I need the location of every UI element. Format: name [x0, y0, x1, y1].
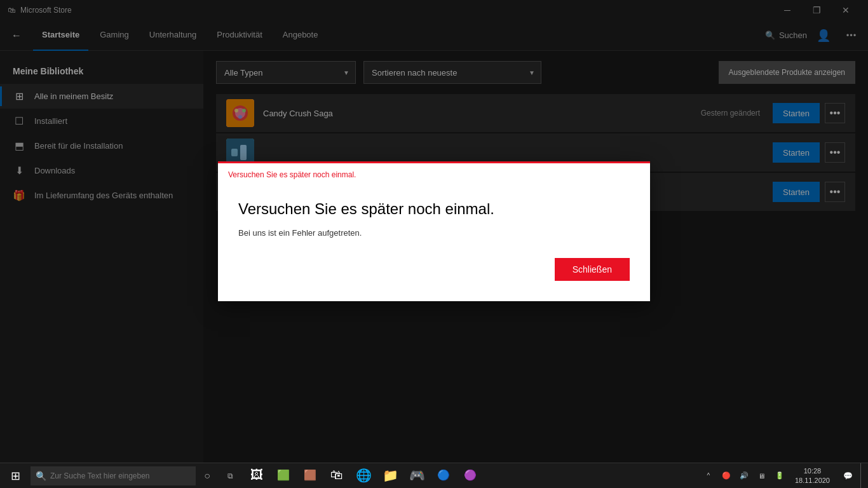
taskbar-app-7[interactable]: 🔵: [431, 463, 456, 489]
taskbar-time: 10:28: [795, 466, 830, 475]
error-dialog: Versuchen Sie es später noch einmal. Ver…: [218, 161, 650, 301]
dialog-close-button[interactable]: Schließen: [555, 258, 630, 281]
cortana-button[interactable]: ○: [196, 463, 219, 489]
taskbar-search-icon: 🔍: [36, 471, 46, 481]
taskbar-battery-icon[interactable]: 🔋: [772, 463, 787, 489]
taskbar-right: ^ 🔴 🔊 🖥 🔋 10:28 18.11.2020 💬: [701, 463, 868, 489]
notification-center-button[interactable]: 💬: [837, 463, 858, 489]
taskbar-app-twitch[interactable]: 🟣: [458, 463, 483, 489]
taskbar-app-2[interactable]: 🟩: [271, 463, 296, 489]
taskbar-volume-icon[interactable]: 🔊: [736, 463, 752, 489]
taskbar-chevron[interactable]: ^: [701, 463, 716, 489]
start-button[interactable]: ⊞: [0, 463, 31, 489]
taskbar-app-store[interactable]: 🛍: [324, 463, 349, 489]
task-view-button[interactable]: ⧉: [219, 463, 241, 489]
taskbar-app-chrome[interactable]: 🌐: [351, 463, 376, 489]
taskbar-search-input[interactable]: [50, 471, 191, 480]
dialog-title: Versuchen Sie es später noch einmal.: [238, 200, 630, 218]
dialog-footer: Schließen: [238, 258, 630, 281]
taskbar-network-icon[interactable]: 🖥: [754, 463, 770, 489]
taskbar-app-explorer[interactable]: 📁: [377, 463, 403, 489]
taskbar-icon-1[interactable]: 🔴: [719, 463, 734, 489]
taskbar: ⊞ 🔍 ○ ⧉ 🖼 🟩 🟫 🛍 🌐 📁 🎮 🔵 🟣 ^ 🔴 🔊 🖥 🔋 10:2…: [0, 463, 868, 488]
dialog-error-bar-text: Versuchen Sie es später noch einmal.: [228, 170, 356, 179]
dialog-message: Bei uns ist ein Fehler aufgetreten.: [238, 228, 630, 238]
taskbar-app-3[interactable]: 🟫: [297, 463, 323, 489]
taskbar-app-1[interactable]: 🖼: [244, 463, 269, 489]
dialog-overlay: Versuchen Sie es später noch einmal. Ver…: [0, 0, 868, 463]
taskbar-date: 18.11.2020: [795, 476, 830, 485]
taskbar-app-steam[interactable]: 🎮: [404, 463, 430, 489]
taskbar-apps: 🖼 🟩 🟫 🛍 🌐 📁 🎮 🔵 🟣: [244, 463, 483, 489]
dialog-error-bar: Versuchen Sie es später noch einmal.: [218, 161, 650, 185]
taskbar-clock[interactable]: 10:28 18.11.2020: [790, 466, 835, 485]
dialog-body: Versuchen Sie es später noch einmal. Bei…: [218, 185, 650, 301]
show-desktop-button[interactable]: [860, 463, 865, 489]
taskbar-search-bar[interactable]: 🔍: [31, 466, 196, 485]
